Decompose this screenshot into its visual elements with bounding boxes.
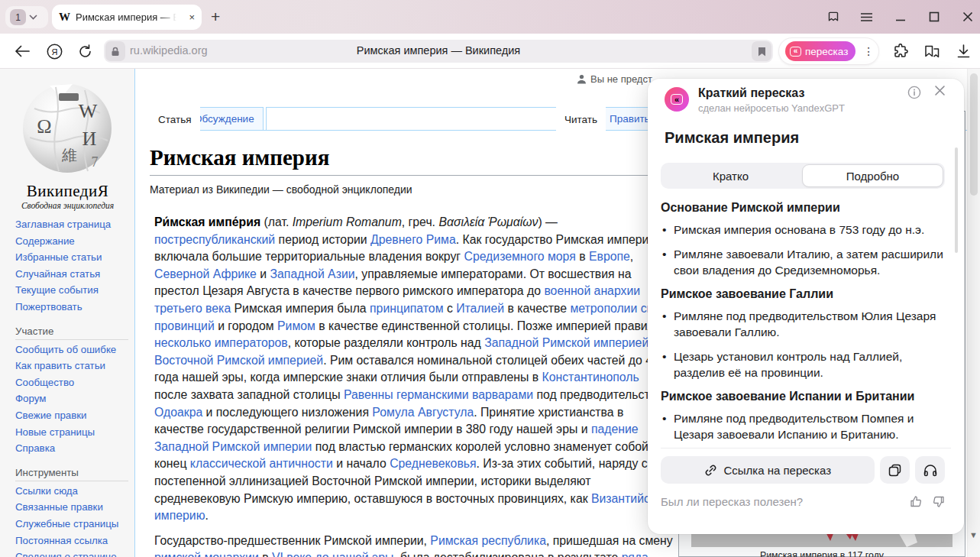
wiki-link[interactable]: Восточной Римской империей	[154, 354, 323, 367]
listen-button[interactable]	[915, 456, 945, 484]
extensions-puzzle-icon[interactable]	[891, 34, 910, 69]
svg-text:維: 維	[61, 147, 77, 164]
wiki-link[interactable]: Одоакра	[154, 406, 202, 419]
sidebar-link[interactable]: Содержание	[15, 233, 130, 250]
summary-bullet: Цезарь установил контроль над Галлией, р…	[661, 348, 945, 381]
wiki-link[interactable]: принципатом	[370, 302, 443, 315]
sidebar-link[interactable]: Случайная статья	[15, 266, 130, 283]
reload-icon[interactable]	[75, 34, 95, 69]
minimize-icon[interactable]	[894, 11, 907, 24]
wiki-link[interactable]: Европе	[589, 250, 630, 263]
wiki-link[interactable]: германскими варварами	[396, 388, 533, 401]
wiki-link[interactable]: Северной Африке	[154, 267, 257, 280]
scroll-down-arrow[interactable]: ▼	[969, 530, 978, 539]
summary-section-heading: Основание Римской империи	[661, 200, 945, 215]
sidebar-link[interactable]: Как править статьи	[15, 358, 130, 374]
browser-tab[interactable]: W Римская империя — В ×	[52, 5, 202, 30]
article-body: Ри́мская импе́рия (лат. Imperium Romanum…	[154, 214, 674, 557]
sidebar-link[interactable]: Справка	[15, 440, 130, 457]
article-text: , которые разделяли контроль над	[288, 336, 484, 349]
wiki-link[interactable]: классической античности	[190, 457, 333, 470]
maximize-icon[interactable]	[927, 11, 940, 24]
wikipedia-tagline: Свободная энциклопедия	[0, 201, 135, 210]
back-icon[interactable]	[12, 34, 32, 69]
article-text: в качестве единственной столицы. Позже и…	[315, 319, 661, 332]
copy-icon	[888, 464, 901, 477]
tab-article[interactable]: Статья	[150, 107, 200, 131]
sidebar-link[interactable]: Форум	[15, 390, 130, 407]
summary-section-heading: Римское завоевание Испании и Британии	[661, 389, 945, 403]
address-bar[interactable]: ru.wikipedia.org Римская империя — Викип…	[104, 40, 773, 63]
wiki-link[interactable]: Средневековья	[390, 457, 476, 470]
close-window-icon[interactable]	[961, 11, 974, 24]
tab-close-icon[interactable]: ×	[189, 11, 195, 23]
panel-scrollbar-thumb[interactable]	[955, 147, 958, 253]
yandex-home-icon[interactable]: Я	[44, 34, 64, 69]
tab-counter[interactable]: 1	[5, 6, 48, 28]
info-icon[interactable]	[907, 86, 921, 102]
wiki-link[interactable]: Древнего Рима	[370, 233, 456, 246]
user-status[interactable]: Вы не предст	[577, 73, 652, 85]
sidebar-panel-icon[interactable]	[826, 11, 839, 24]
wiki-link[interactable]: Ромула Августула	[372, 406, 474, 419]
sidebar-link[interactable]: Постоянная ссылка	[15, 533, 130, 549]
rephrase-pill[interactable]: « пересказ	[785, 41, 855, 61]
sidebar-link[interactable]: Сообщество	[15, 374, 130, 391]
sidebar-link[interactable]: Служебные страницы	[15, 516, 130, 533]
sidebar-link[interactable]: Новые страницы	[15, 424, 130, 441]
tab-read[interactable]: Читать	[556, 107, 606, 131]
page-scrollbar[interactable]: ▼	[967, 69, 980, 557]
sidebar-link[interactable]: Ссылки сюда	[15, 483, 130, 500]
summary-link-button[interactable]: Ссылка на пересказ	[661, 456, 875, 484]
article-text: ,	[630, 250, 633, 263]
link-icon	[704, 464, 717, 477]
summary-mode-switch: Кратко Подробно	[661, 163, 945, 189]
collections-icon[interactable]	[921, 34, 943, 69]
wiki-link[interactable]: Константинополь	[542, 371, 639, 384]
sidebar-link[interactable]: Сообщить об ошибке	[15, 342, 130, 358]
download-icon[interactable]	[953, 34, 973, 69]
wikipedia-wordmark: ВикипедиЯ	[0, 182, 135, 201]
wiki-link[interactable]: Римская республика	[430, 534, 546, 547]
thumbs-down-icon[interactable]	[932, 495, 945, 508]
wiki-link[interactable]: несколько императоров	[154, 336, 288, 349]
tab-brief[interactable]: Кратко	[661, 163, 800, 189]
panel-close-icon[interactable]	[934, 85, 946, 100]
article-text: Государство-предшественник Римской импер…	[154, 534, 430, 547]
summary-bullet-list: Римская империя основана в 753 году до н…	[661, 222, 945, 278]
page-title: Римская империя — Википедия	[104, 44, 773, 57]
summary-bullet-list: Римляне под предводительством Юлия Цезар…	[661, 308, 945, 381]
feedback-question: Был ли пересказ полезен?	[661, 495, 803, 508]
thumbs-up-icon[interactable]	[910, 495, 923, 508]
page-scrollbar-thumb[interactable]	[970, 73, 978, 196]
wiki-link[interactable]: Средиземного моря	[464, 250, 575, 263]
wiki-link[interactable]: Римом	[277, 319, 315, 332]
wiki-link[interactable]: Равенны	[344, 388, 393, 401]
sidebar-link[interactable]: Заглавная страница	[15, 216, 130, 233]
wiki-link[interactable]: Западной Римской империей	[484, 336, 648, 349]
menu-icon[interactable]	[860, 11, 873, 24]
rephrase-menu-icon[interactable]: ⋮	[863, 50, 874, 53]
copy-button[interactable]	[880, 456, 910, 484]
sidebar-link[interactable]: Свежие правки	[15, 407, 130, 424]
svg-text:Ω: Ω	[37, 115, 51, 138]
rephrase-button[interactable]: « пересказ ⋮	[778, 37, 879, 65]
sidebar-link[interactable]: Связанные правки	[15, 499, 130, 516]
wikipedia-favicon: W	[59, 11, 70, 24]
sidebar-link[interactable]: Текущие события	[15, 282, 130, 299]
new-tab-button[interactable]: +	[211, 8, 220, 26]
summary-bullet: Римская империя основана в 753 году до н…	[661, 222, 945, 238]
article-lead-term: Ри́мская импе́рия	[154, 215, 260, 228]
wiki-link[interactable]: VI веке до нашей эры	[272, 551, 393, 557]
wiki-link[interactable]: Западной Азии	[270, 267, 355, 280]
sidebar-link[interactable]: Пожертвовать	[15, 299, 130, 316]
wiki-link[interactable]: римской монархии	[154, 551, 259, 557]
person-icon	[577, 74, 587, 84]
bookmark-flag-icon[interactable]	[752, 41, 771, 61]
wiki-link[interactable]: постреспубликанский	[154, 233, 275, 246]
wiki-link[interactable]: Италией	[456, 302, 504, 315]
tab-detailed[interactable]: Подробно	[802, 164, 943, 187]
sidebar-link[interactable]: Сведения о странице	[15, 549, 130, 557]
article-text: .	[205, 509, 208, 522]
sidebar-link[interactable]: Избранные статьи	[15, 249, 130, 266]
